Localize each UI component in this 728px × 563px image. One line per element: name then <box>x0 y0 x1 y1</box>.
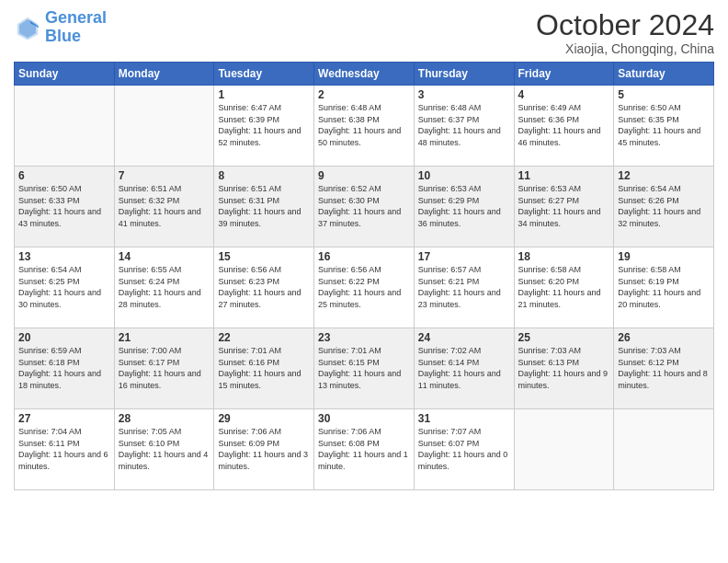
calendar-cell: 23Sunrise: 7:01 AM Sunset: 6:15 PM Dayli… <box>314 328 415 409</box>
day-number: 14 <box>119 250 210 263</box>
location-title: Xiaojia, Chongqing, China <box>536 41 714 56</box>
calendar-cell: 14Sunrise: 6:55 AM Sunset: 6:24 PM Dayli… <box>114 247 214 328</box>
calendar-cell: 5Sunrise: 6:50 AM Sunset: 6:35 PM Daylig… <box>614 86 714 167</box>
day-number: 8 <box>218 169 310 182</box>
calendar-cell: 13Sunrise: 6:54 AM Sunset: 6:25 PM Dayli… <box>15 247 115 328</box>
day-info: Sunrise: 7:05 AM Sunset: 6:10 PM Dayligh… <box>119 426 210 472</box>
day-info: Sunrise: 6:48 AM Sunset: 6:38 PM Dayligh… <box>318 102 410 148</box>
day-number: 29 <box>218 412 310 425</box>
day-info: Sunrise: 7:03 AM Sunset: 6:12 PM Dayligh… <box>618 345 710 391</box>
day-info: Sunrise: 7:03 AM Sunset: 6:13 PM Dayligh… <box>518 345 610 391</box>
day-number: 17 <box>418 250 510 263</box>
day-number: 16 <box>318 250 410 263</box>
day-info: Sunrise: 7:06 AM Sunset: 6:09 PM Dayligh… <box>218 426 310 472</box>
calendar-cell: 8Sunrise: 6:51 AM Sunset: 6:31 PM Daylig… <box>214 167 314 247</box>
calendar-cell <box>514 409 614 490</box>
calendar-cell: 28Sunrise: 7:05 AM Sunset: 6:10 PM Dayli… <box>114 409 214 490</box>
col-tuesday: Tuesday <box>214 63 314 86</box>
col-friday: Friday <box>514 63 614 86</box>
calendar-cell: 19Sunrise: 6:58 AM Sunset: 6:19 PM Dayli… <box>614 247 714 328</box>
header: General Blue October 2024 Xiaojia, Chong… <box>14 9 714 56</box>
day-info: Sunrise: 7:01 AM Sunset: 6:16 PM Dayligh… <box>218 345 310 391</box>
logo-blue: Blue <box>45 27 81 45</box>
col-saturday: Saturday <box>614 63 714 86</box>
day-number: 20 <box>18 331 110 344</box>
day-info: Sunrise: 6:48 AM Sunset: 6:37 PM Dayligh… <box>418 102 510 148</box>
calendar-cell: 11Sunrise: 6:53 AM Sunset: 6:27 PM Dayli… <box>514 167 614 247</box>
day-info: Sunrise: 7:07 AM Sunset: 6:07 PM Dayligh… <box>418 426 510 472</box>
col-wednesday: Wednesday <box>314 63 415 86</box>
logo-icon <box>14 14 41 41</box>
logo: General Blue <box>14 9 107 46</box>
calendar-cell: 25Sunrise: 7:03 AM Sunset: 6:13 PM Dayli… <box>514 328 614 409</box>
day-info: Sunrise: 7:06 AM Sunset: 6:08 PM Dayligh… <box>318 426 410 472</box>
logo-text: General Blue <box>45 9 107 46</box>
page: General Blue October 2024 Xiaojia, Chong… <box>0 0 728 563</box>
day-number: 15 <box>218 250 310 263</box>
day-info: Sunrise: 6:56 AM Sunset: 6:23 PM Dayligh… <box>218 264 310 310</box>
calendar-cell: 15Sunrise: 6:56 AM Sunset: 6:23 PM Dayli… <box>214 247 314 328</box>
day-info: Sunrise: 7:00 AM Sunset: 6:17 PM Dayligh… <box>119 345 210 391</box>
calendar-cell: 22Sunrise: 7:01 AM Sunset: 6:16 PM Dayli… <box>214 328 314 409</box>
col-thursday: Thursday <box>414 63 514 86</box>
month-title: October 2024 <box>536 9 714 41</box>
day-number: 9 <box>318 169 410 182</box>
calendar-cell: 17Sunrise: 6:57 AM Sunset: 6:21 PM Dayli… <box>414 247 514 328</box>
calendar-cell: 31Sunrise: 7:07 AM Sunset: 6:07 PM Dayli… <box>414 409 514 490</box>
day-number: 23 <box>318 331 410 344</box>
day-info: Sunrise: 7:02 AM Sunset: 6:14 PM Dayligh… <box>418 345 510 391</box>
day-info: Sunrise: 6:59 AM Sunset: 6:18 PM Dayligh… <box>18 345 110 391</box>
calendar-cell: 18Sunrise: 6:58 AM Sunset: 6:20 PM Dayli… <box>514 247 614 328</box>
day-info: Sunrise: 6:57 AM Sunset: 6:21 PM Dayligh… <box>418 264 510 310</box>
day-number: 19 <box>618 250 710 263</box>
day-info: Sunrise: 6:51 AM Sunset: 6:32 PM Dayligh… <box>119 183 210 229</box>
day-number: 31 <box>418 412 510 425</box>
calendar-cell: 30Sunrise: 7:06 AM Sunset: 6:08 PM Dayli… <box>314 409 415 490</box>
day-number: 22 <box>218 331 310 344</box>
day-info: Sunrise: 6:50 AM Sunset: 6:33 PM Dayligh… <box>18 183 110 229</box>
day-info: Sunrise: 6:54 AM Sunset: 6:25 PM Dayligh… <box>18 264 110 310</box>
day-info: Sunrise: 6:53 AM Sunset: 6:27 PM Dayligh… <box>518 183 610 229</box>
day-number: 3 <box>418 88 510 101</box>
day-info: Sunrise: 6:54 AM Sunset: 6:26 PM Dayligh… <box>618 183 710 229</box>
calendar-cell: 6Sunrise: 6:50 AM Sunset: 6:33 PM Daylig… <box>15 167 115 247</box>
calendar-cell: 2Sunrise: 6:48 AM Sunset: 6:38 PM Daylig… <box>314 86 415 167</box>
calendar-week-1: 1Sunrise: 6:47 AM Sunset: 6:39 PM Daylig… <box>15 86 714 167</box>
calendar-table: Sunday Monday Tuesday Wednesday Thursday… <box>14 62 714 490</box>
day-number: 18 <box>518 250 610 263</box>
day-number: 5 <box>618 88 710 101</box>
calendar-cell: 3Sunrise: 6:48 AM Sunset: 6:37 PM Daylig… <box>414 86 514 167</box>
day-info: Sunrise: 6:55 AM Sunset: 6:24 PM Dayligh… <box>119 264 210 310</box>
day-info: Sunrise: 6:50 AM Sunset: 6:35 PM Dayligh… <box>618 102 710 148</box>
calendar-cell: 12Sunrise: 6:54 AM Sunset: 6:26 PM Dayli… <box>614 167 714 247</box>
col-monday: Monday <box>114 63 214 86</box>
day-info: Sunrise: 6:53 AM Sunset: 6:29 PM Dayligh… <box>418 183 510 229</box>
day-number: 13 <box>18 250 110 263</box>
day-number: 11 <box>518 169 610 182</box>
calendar-cell: 16Sunrise: 6:56 AM Sunset: 6:22 PM Dayli… <box>314 247 415 328</box>
calendar-cell: 26Sunrise: 7:03 AM Sunset: 6:12 PM Dayli… <box>614 328 714 409</box>
calendar-cell: 27Sunrise: 7:04 AM Sunset: 6:11 PM Dayli… <box>15 409 115 490</box>
calendar-cell: 9Sunrise: 6:52 AM Sunset: 6:30 PM Daylig… <box>314 167 415 247</box>
col-sunday: Sunday <box>15 63 115 86</box>
calendar-week-5: 27Sunrise: 7:04 AM Sunset: 6:11 PM Dayli… <box>15 409 714 490</box>
day-number: 12 <box>618 169 710 182</box>
day-number: 21 <box>119 331 210 344</box>
calendar-cell: 1Sunrise: 6:47 AM Sunset: 6:39 PM Daylig… <box>214 86 314 167</box>
day-info: Sunrise: 6:49 AM Sunset: 6:36 PM Dayligh… <box>518 102 610 148</box>
title-block: October 2024 Xiaojia, Chongqing, China <box>536 9 714 56</box>
calendar-cell: 24Sunrise: 7:02 AM Sunset: 6:14 PM Dayli… <box>414 328 514 409</box>
calendar-cell: 4Sunrise: 6:49 AM Sunset: 6:36 PM Daylig… <box>514 86 614 167</box>
day-info: Sunrise: 6:58 AM Sunset: 6:20 PM Dayligh… <box>518 264 610 310</box>
day-number: 25 <box>518 331 610 344</box>
calendar-header-row: Sunday Monday Tuesday Wednesday Thursday… <box>15 63 714 86</box>
calendar-cell: 10Sunrise: 6:53 AM Sunset: 6:29 PM Dayli… <box>414 167 514 247</box>
day-number: 30 <box>318 412 410 425</box>
calendar-cell <box>15 86 115 167</box>
day-number: 27 <box>18 412 110 425</box>
calendar-week-2: 6Sunrise: 6:50 AM Sunset: 6:33 PM Daylig… <box>15 167 714 247</box>
day-info: Sunrise: 6:56 AM Sunset: 6:22 PM Dayligh… <box>318 264 410 310</box>
day-number: 2 <box>318 88 410 101</box>
calendar-cell <box>614 409 714 490</box>
day-info: Sunrise: 6:47 AM Sunset: 6:39 PM Dayligh… <box>218 102 310 148</box>
